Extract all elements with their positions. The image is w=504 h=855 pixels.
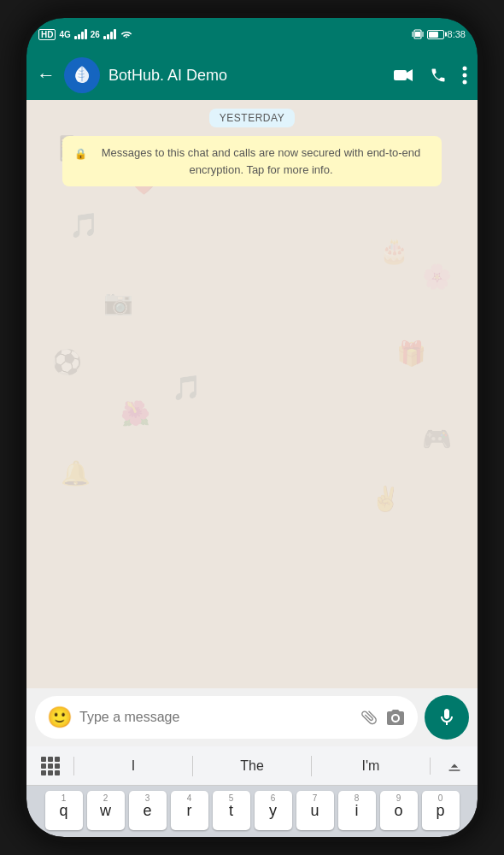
suggestion-the[interactable]: The: [193, 752, 311, 781]
suggestion-im[interactable]: I'm: [312, 752, 430, 781]
key-o[interactable]: 9 o: [380, 791, 418, 830]
svg-rect-10: [448, 770, 460, 771]
key-num-0: 0: [438, 793, 443, 803]
key-letter-r: r: [187, 803, 192, 818]
key-num-6: 6: [271, 793, 276, 803]
call-button[interactable]: [430, 67, 447, 84]
attach-button[interactable]: [355, 704, 382, 730]
mic-icon: [437, 707, 457, 728]
key-r[interactable]: 4 r: [171, 791, 208, 830]
wifi-icon: [120, 29, 133, 39]
keyboard: I The I'm 1 q: [26, 746, 478, 837]
key-letter-q: q: [59, 803, 67, 818]
key-letter-t: t: [229, 803, 233, 818]
contact-avatar[interactable]: [64, 57, 100, 93]
svg-rect-5: [394, 70, 407, 80]
key-i[interactable]: 8 i: [338, 791, 376, 830]
status-bar: HD 4G 26: [26, 18, 478, 50]
svg-point-6: [463, 67, 467, 71]
date-badge: YESTERDAY: [209, 109, 295, 127]
key-q[interactable]: 1 q: [45, 791, 83, 830]
signal-bars-2: [103, 29, 116, 39]
key-p[interactable]: 0 p: [422, 791, 460, 830]
key-num-2: 2: [103, 793, 108, 803]
camera-button[interactable]: [385, 708, 406, 727]
battery-icon: [427, 30, 444, 39]
svg-point-9: [393, 716, 398, 721]
key-num-9: 9: [396, 793, 401, 803]
keyboard-collapse-button[interactable]: [430, 758, 478, 775]
key-num-1: 1: [62, 793, 67, 803]
signal-bars-1: [74, 29, 87, 39]
key-num-7: 7: [313, 793, 318, 803]
video-call-button[interactable]: [394, 68, 414, 83]
contact-name[interactable]: BotHub. AI Demo: [108, 67, 385, 85]
status-left: HD 4G 26: [38, 29, 133, 40]
keyboard-grid-button[interactable]: [26, 757, 74, 775]
phone-frame: HD 4G 26: [21, 13, 483, 842]
header-actions: [394, 66, 467, 85]
vibrate-icon: [412, 28, 424, 40]
emoji-button[interactable]: 🙂: [47, 705, 73, 729]
lock-icon: 🔒: [74, 146, 87, 162]
hd-indicator: HD: [38, 29, 56, 40]
key-u[interactable]: 7 u: [296, 791, 334, 830]
chat-header: ← BotHub. AI Demo: [26, 50, 478, 100]
signal-4g: 4G: [59, 30, 70, 39]
phone-screen: HD 4G 26: [26, 18, 478, 837]
key-letter-w: w: [100, 803, 111, 818]
key-letter-u: u: [310, 803, 319, 818]
mic-button[interactable]: [425, 695, 469, 740]
svg-point-7: [463, 74, 467, 78]
message-text-input[interactable]: [79, 710, 353, 725]
encryption-text: Messages to this chat and calls are now …: [92, 144, 430, 178]
key-num-4: 4: [187, 793, 192, 803]
key-y[interactable]: 6 y: [255, 791, 292, 830]
suggestion-i[interactable]: I: [74, 752, 192, 781]
carrier-26: 26: [91, 30, 100, 39]
key-row-1: 1 q 2 w 3 e 4 r: [30, 791, 474, 830]
key-t[interactable]: 5 t: [213, 791, 250, 830]
back-button[interactable]: ←: [37, 64, 56, 86]
status-right: 8:38: [412, 28, 466, 40]
key-letter-p: p: [436, 803, 444, 818]
key-w[interactable]: 2 w: [87, 791, 125, 830]
key-num-5: 5: [229, 793, 234, 803]
key-num-8: 8: [355, 793, 360, 803]
encryption-notice[interactable]: 🔒 Messages to this chat and calls are no…: [62, 136, 442, 186]
key-letter-i: i: [355, 803, 359, 818]
chat-messages: YESTERDAY 🔒 Messages to this chat and ca…: [26, 100, 478, 195]
chat-area: 📱 ❤️ 🐶 🎵 🎂 📷 🌸 ⚽ 🎁 🌺 🎮 🔔 ✌️ 💻 🎵 YESTERDA…: [26, 100, 478, 688]
message-input-box[interactable]: 🙂: [35, 696, 418, 739]
more-options-button[interactable]: [462, 66, 467, 85]
key-letter-y: y: [269, 803, 277, 818]
key-num-3: 3: [145, 793, 150, 803]
keyboard-rows: 1 q 2 w 3 e 4 r: [26, 786, 478, 837]
svg-rect-1: [415, 32, 420, 37]
key-e[interactable]: 3 e: [129, 791, 167, 830]
keyboard-suggestions: I The I'm: [26, 746, 478, 786]
key-letter-e: e: [143, 803, 151, 818]
svg-point-8: [463, 80, 467, 85]
time-display: 8:38: [448, 29, 466, 39]
key-letter-o: o: [394, 803, 402, 818]
message-input-area: 🙂: [26, 688, 478, 746]
